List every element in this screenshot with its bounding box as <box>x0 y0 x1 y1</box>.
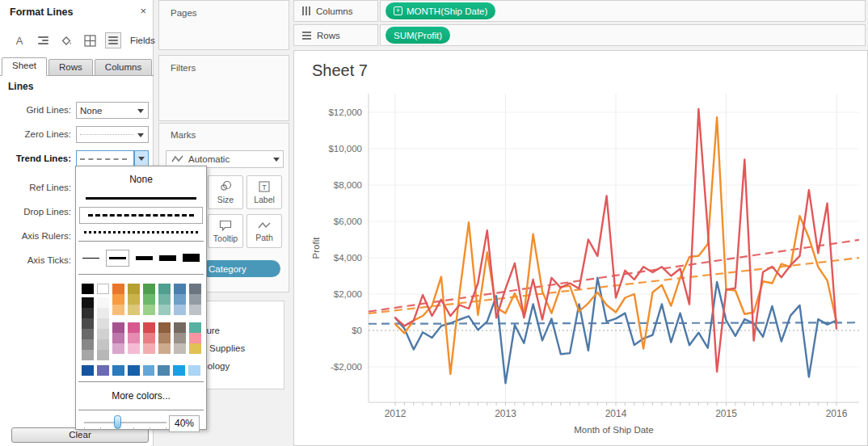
path-icon <box>258 221 271 230</box>
color-gradient-strip[interactable] <box>143 322 155 354</box>
drop-lines-label: Drop Lines: <box>0 207 71 217</box>
filters-label: Filters <box>171 63 196 73</box>
format-panel-header: Format Lines × <box>0 0 153 24</box>
rows-pill[interactable]: SUM(Profit) <box>386 27 450 44</box>
chevron-down-icon <box>137 109 144 113</box>
divider <box>78 274 204 275</box>
color-swatch[interactable] <box>82 284 94 294</box>
label-button-label: Label <box>254 195 275 204</box>
pages-label: Pages <box>171 8 197 18</box>
color-gradient-strip[interactable] <box>189 284 201 315</box>
rows-pill-label: SUM(Profit) <box>394 31 442 40</box>
format-toolbar: A Fields <box>11 31 165 50</box>
pages-shelf[interactable]: Pages <box>158 0 289 50</box>
columns-shelf-label: Columns <box>316 6 352 16</box>
tooltip-button[interactable]: Tooltip <box>208 214 243 248</box>
line-thickness-options <box>76 246 206 270</box>
trend-lines-select-arrow[interactable] <box>134 150 149 167</box>
color-gradient-strip[interactable] <box>174 284 186 315</box>
line-style-none-option[interactable]: None <box>76 170 206 190</box>
slider-ticks <box>84 427 166 431</box>
trend-lines-select[interactable] <box>76 150 134 167</box>
color-swatch[interactable] <box>158 365 170 376</box>
close-icon[interactable]: × <box>140 5 146 17</box>
thickness-4-option[interactable] <box>159 255 176 261</box>
y-tick-label: $10,000 <box>328 144 362 154</box>
grid-lines-select[interactable]: None <box>76 102 149 119</box>
color-swatch[interactable] <box>143 365 155 376</box>
tab-sheet[interactable]: Sheet <box>2 57 47 76</box>
color-gradient-strip[interactable] <box>189 322 201 354</box>
svg-text:T: T <box>262 183 267 191</box>
columns-shelf-header: Columns <box>293 0 378 22</box>
y-tick-label: $4,000 <box>334 253 362 263</box>
y-tick-label: $0 <box>352 326 362 335</box>
rows-shelf[interactable]: SUM(Profit) <box>380 24 866 46</box>
y-axis-title: Profit <box>311 237 321 259</box>
color-gradient-strip[interactable] <box>158 322 171 354</box>
color-swatch[interactable] <box>112 365 124 376</box>
color-gradient-strip[interactable] <box>158 284 171 315</box>
tab-columns[interactable]: Columns <box>95 59 152 76</box>
tooltip-button-label: Tooltip <box>213 234 238 243</box>
opacity-value: 40% <box>169 415 200 432</box>
color-swatch[interactable] <box>97 365 109 376</box>
columns-pill[interactable]: + MONTH(Ship Date) <box>386 2 495 19</box>
trend-lines-preview <box>80 158 127 160</box>
path-button[interactable]: Path <box>246 214 282 248</box>
size-button[interactable]: Size <box>208 175 243 209</box>
font-icon[interactable]: A <box>11 32 27 48</box>
axis-ticks-label: Axis Ticks: <box>0 255 71 265</box>
more-colors-option[interactable]: More colors... <box>76 386 206 406</box>
tab-rows[interactable]: Rows <box>48 59 93 76</box>
columns-shelf[interactable]: + MONTH(Ship Date) <box>380 0 866 22</box>
zero-lines-select[interactable] <box>76 126 149 143</box>
thickness-1-option[interactable] <box>82 258 99 259</box>
color-pill-category[interactable]: Category <box>200 260 280 277</box>
color-swatch[interactable] <box>97 284 109 294</box>
alignment-icon[interactable] <box>35 32 51 48</box>
rows-shelf-header: Rows <box>293 24 378 46</box>
opacity-slider-track[interactable] <box>84 422 166 423</box>
x-tick-label: 2014 <box>605 408 627 419</box>
trend-line-furniture[interactable] <box>369 322 859 324</box>
color-pill-label: Category <box>209 264 246 274</box>
lines-icon[interactable] <box>105 32 121 48</box>
color-gradient-strip[interactable] <box>128 284 140 315</box>
color-gradient-strip[interactable] <box>97 297 109 360</box>
line-chart-icon <box>171 154 183 164</box>
rows-shelf-label: Rows <box>317 31 340 40</box>
color-swatch[interactable] <box>173 365 185 376</box>
color-gradient-strip[interactable] <box>82 297 94 360</box>
color-gradient-strip[interactable] <box>128 322 140 354</box>
zero-lines-row: Zero Lines: <box>0 126 154 144</box>
chevron-down-icon <box>137 133 144 137</box>
color-swatch[interactable] <box>82 365 94 376</box>
x-tick-label: 2013 <box>495 408 516 419</box>
line-style-dotted-option[interactable] <box>84 231 198 234</box>
thickness-5-option[interactable] <box>183 254 200 262</box>
grid-lines-label: Grid Lines: <box>0 105 71 115</box>
borders-icon[interactable] <box>82 32 98 48</box>
color-gradient-strip[interactable] <box>112 284 124 315</box>
thickness-2-option-selected[interactable] <box>106 250 129 267</box>
y-tick-label: $2,000 <box>334 289 362 299</box>
y-tick-label: $12,000 <box>328 107 362 117</box>
color-gradient-strip[interactable] <box>112 322 124 354</box>
profit-line-chart[interactable]: $12,000$10,000$8,000$6,000$4,000$2,000$0… <box>294 51 868 446</box>
color-swatch[interactable] <box>128 365 140 376</box>
thickness-3-option[interactable] <box>136 256 153 260</box>
line-style-dashed-option-selected[interactable] <box>79 207 203 224</box>
mark-type-value: Automatic <box>188 154 230 164</box>
color-swatch[interactable] <box>188 365 200 376</box>
shading-icon[interactable] <box>58 32 74 48</box>
line-style-solid-option[interactable] <box>86 197 196 200</box>
color-gradient-strip[interactable] <box>143 284 155 315</box>
size-button-label: Size <box>217 195 234 204</box>
x-tick-label: 2012 <box>385 408 407 419</box>
filters-shelf[interactable]: Filters <box>158 55 289 121</box>
tooltip-icon <box>219 220 232 231</box>
label-button[interactable]: T Label <box>246 175 282 209</box>
opacity-slider-thumb[interactable] <box>114 415 121 429</box>
color-gradient-strip[interactable] <box>174 322 186 354</box>
